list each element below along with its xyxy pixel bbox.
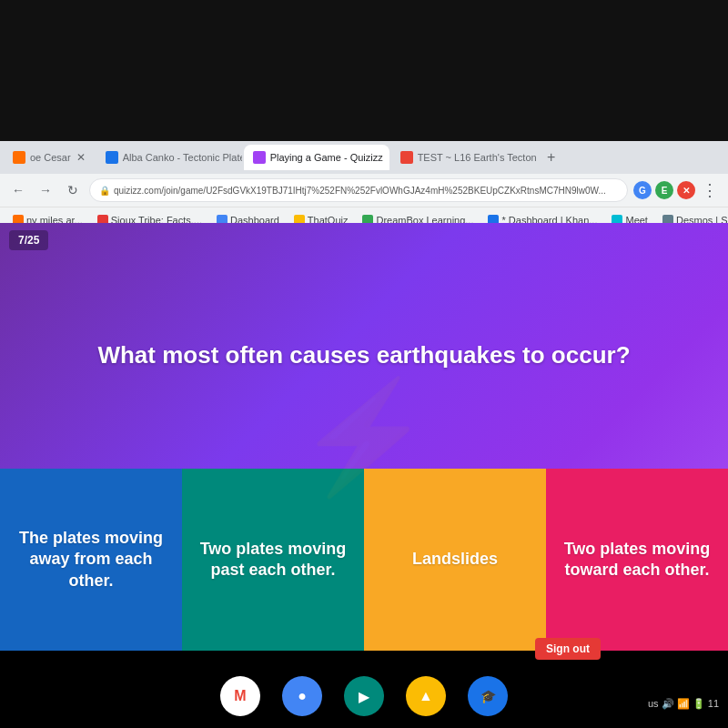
address-bar[interactable]: 🔒 quizizz.com/join/game/U2FsdGVkX19TBJ71…: [89, 178, 628, 202]
tab-label-2: Alba Canko - Tectonic Plate Stu...: [123, 152, 242, 163]
drive-taskbar-icon[interactable]: ▲: [406, 676, 446, 716]
tab-bar: oe Cesar ✕ Alba Canko - Tectonic Plate S…: [0, 141, 728, 174]
browser-chrome: oe Cesar ✕ Alba Canko - Tectonic Plate S…: [0, 141, 728, 223]
answer-card-3[interactable]: Landslides: [364, 469, 546, 651]
system-tray: us 🔊 📶 🔋 11: [648, 698, 719, 710]
tab-label-4: TEST ~ L16 Earth's Tectonic Pl...: [418, 152, 537, 163]
extension-btn-1[interactable]: E: [655, 181, 673, 199]
tab-2[interactable]: Alba Canko - Tectonic Plate Stu... ✕: [96, 145, 242, 170]
answer-card-1[interactable]: The plates moving away from each other.: [0, 469, 182, 651]
classroom-taskbar-icon[interactable]: 🎓: [468, 676, 508, 716]
address-bar-row: ← → ↻ 🔒 quizizz.com/join/game/U2FsdGVkX1…: [0, 174, 728, 207]
screen-container: oe Cesar ✕ Alba Canko - Tectonic Plate S…: [0, 141, 728, 651]
question-counter: 7/25: [9, 230, 48, 250]
tab-4[interactable]: TEST ~ L16 Earth's Tectonic Pl... ✕: [391, 145, 537, 170]
extension-btn-2[interactable]: ✕: [677, 181, 695, 199]
answers-grid: The plates moving away from each other. …: [0, 469, 728, 651]
back-button[interactable]: ←: [7, 179, 29, 201]
lock-icon: 🔒: [99, 186, 110, 196]
tab-label-1: oe Cesar: [30, 152, 71, 163]
taskbar: ⊞ 🔍 M ● ▶ ▲ 🎓 us 🔊 📶 🔋 11: [0, 664, 728, 728]
tab-close-3[interactable]: ✕: [389, 151, 389, 164]
menu-button[interactable]: ⋮: [699, 179, 721, 201]
forward-button[interactable]: →: [35, 179, 56, 201]
tab-3[interactable]: Playing a Game - Quizizz ✕: [244, 145, 389, 170]
answer-card-2[interactable]: Two plates moving past each other.: [182, 469, 364, 651]
tab-favicon-3: [253, 151, 266, 164]
address-text: quizizz.com/join/game/U2FsdGVkX19TBJ71IH…: [114, 186, 606, 196]
tab-label-3: Playing a Game - Quizizz: [270, 152, 383, 163]
sign-out-button[interactable]: Sign out: [535, 638, 601, 660]
question-text: What most often causes earthquakes to oc…: [97, 339, 630, 371]
bezel-top: [0, 0, 728, 141]
answer-text-1: The plates moving away from each other.: [15, 528, 167, 592]
google-account-btn[interactable]: G: [633, 181, 652, 199]
meet-taskbar-icon[interactable]: ▶: [344, 676, 384, 716]
chrome-taskbar-icon[interactable]: ●: [282, 676, 322, 716]
system-tray-text: us 🔊 📶 🔋 11: [648, 698, 719, 709]
browser-actions: G E ✕ ⋮: [633, 179, 721, 201]
reload-button[interactable]: ↻: [62, 179, 84, 201]
answer-text-4: Two plates moving toward each other.: [561, 539, 713, 581]
tab-favicon-4: [400, 151, 413, 164]
question-area: What most often causes earthquakes to oc…: [0, 223, 728, 469]
taskbar-icons-area: M ● ▶ ▲ 🎓: [0, 664, 728, 728]
answer-text-3: Landslides: [412, 549, 498, 570]
tab-favicon-1: [13, 151, 25, 164]
tab-favicon-2: [106, 151, 118, 164]
tab-1[interactable]: oe Cesar ✕: [4, 145, 95, 170]
new-tab-button[interactable]: +: [539, 145, 564, 170]
quizizz-area: ⚡ 7/25 What most often causes earthquake…: [0, 223, 728, 651]
tab-close-1[interactable]: ✕: [76, 151, 86, 164]
answer-text-2: Two plates moving past each other.: [197, 539, 349, 581]
gmail-taskbar-icon[interactable]: M: [220, 676, 260, 716]
answer-card-4[interactable]: Two plates moving toward each other.: [546, 469, 728, 651]
